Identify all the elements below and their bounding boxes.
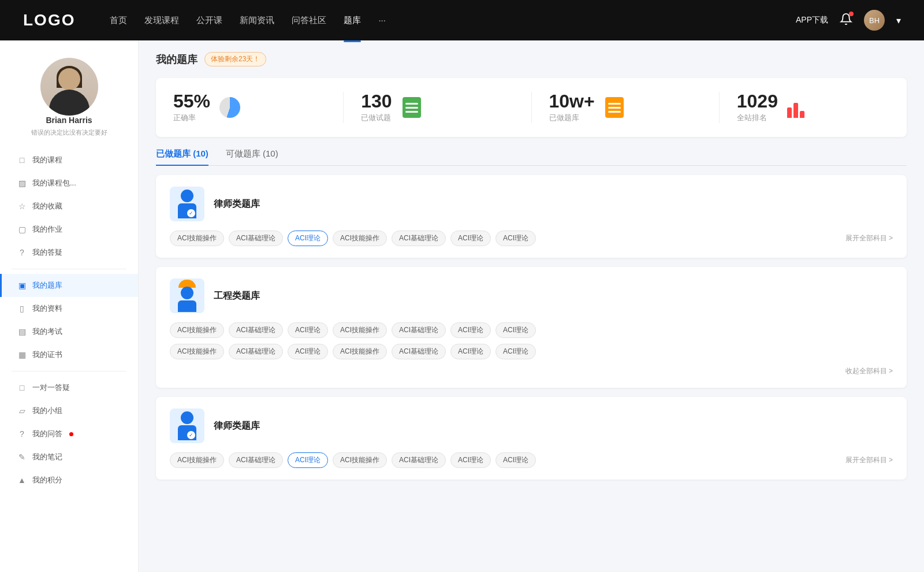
eng-tag-2[interactable]: ACI基础理论 (229, 322, 283, 338)
sidebar-item-exam[interactable]: ▤ 我的考试 (0, 320, 138, 343)
nav-right: APP下载 BH ▾ (796, 10, 901, 31)
eng-tag-5[interactable]: ACI基础理论 (392, 322, 446, 338)
eng-tag-4[interactable]: ACI技能操作 (333, 322, 387, 338)
sidebar-label-exam: 我的考试 (32, 326, 62, 337)
sidebar-item-group[interactable]: ▱ 我的小组 (0, 399, 138, 422)
nav-discover[interactable]: 发现课程 (144, 13, 179, 28)
lawyer2-tag-active[interactable]: ACI理论 (288, 452, 328, 468)
qbank-title-3: 律师类题库 (214, 420, 260, 432)
navbar: LOGO 首页 发现课程 公开课 新闻资讯 问答社区 题库 ··· APP下载 … (0, 0, 924, 40)
qbank-card-lawyer-1: ✓ 律师类题库 ACI技能操作 ACI基础理论 ACI理论 ACI技能操作 AC… (156, 175, 907, 258)
lawyer2-body-icon: ✓ (178, 425, 196, 440)
sidebar-item-ask[interactable]: ? 我的答疑 (0, 241, 138, 264)
expand-link-1[interactable]: 展开全部科目 > (845, 233, 893, 243)
sidebar-motto: 错误的决定比没有决定要好 (31, 128, 107, 137)
collapse-link-2[interactable]: 收起全部科目 > (845, 367, 893, 375)
qbank-tags-row-1: ACI技能操作 ACI基础理论 ACI理论 ACI技能操作 ACI基础理论 AC… (170, 231, 893, 246)
sidebar-item-qbank[interactable]: ▣ 我的题库 (0, 274, 138, 297)
sidebar-item-my-qa[interactable]: ? 我的问答 (0, 422, 138, 445)
tag-aci-skill-1[interactable]: ACI技能操作 (170, 231, 224, 246)
qbank-tags-row-2a: ACI技能操作 ACI基础理论 ACI理论 ACI技能操作 ACI基础理论 AC… (170, 322, 893, 338)
eng-tag-7[interactable]: ACI理论 (495, 322, 536, 338)
nav-open-class[interactable]: 公开课 (196, 13, 222, 28)
nav-avatar-dropdown[interactable]: ▾ (896, 15, 901, 26)
lawyer2-tag-1[interactable]: ACI技能操作 (170, 452, 224, 468)
sidebar-user-name: Brian Harris (46, 116, 92, 125)
banks-done-icon (603, 96, 626, 119)
sidebar-label-qbank: 我的题库 (32, 280, 62, 291)
eng-tag-9[interactable]: ACI基础理论 (229, 344, 283, 359)
1on1-icon: □ (17, 383, 27, 392)
stat-correct-rate: 55% 正确率 (156, 92, 344, 123)
lawyer2-tag-4[interactable]: ACI技能操作 (333, 452, 387, 468)
qbank-header-2: 工程类题库 (170, 278, 893, 313)
sidebar-item-materials[interactable]: ▯ 我的资料 (0, 297, 138, 320)
stat-questions-done-label: 已做试题 (361, 113, 392, 123)
eng-tag-11[interactable]: ACI技能操作 (333, 344, 387, 359)
tag-aci-theory-2[interactable]: ACI理论 (450, 231, 491, 246)
nav-qa[interactable]: 问答社区 (292, 13, 326, 28)
qbank-title-2: 工程类题库 (214, 290, 260, 302)
nav-more[interactable]: ··· (378, 13, 386, 28)
stat-banks-done-value: 10w+ (549, 92, 595, 110)
tag-aci-theory-active-1[interactable]: ACI理论 (288, 231, 328, 246)
eng-tag-3[interactable]: ACI理论 (288, 322, 328, 338)
lawyer2-tag-7[interactable]: ACI理论 (495, 452, 536, 468)
stat-questions-done-value: 130 (361, 92, 392, 110)
sidebar-item-my-courses[interactable]: □ 我的课程 (0, 148, 138, 172)
tag-aci-theory-3[interactable]: ACI理论 (495, 231, 536, 246)
nav-home[interactable]: 首页 (110, 13, 127, 28)
qbank-icon: ▣ (17, 281, 27, 290)
lawyer-head-icon (181, 190, 193, 202)
nav-links: 首页 发现课程 公开课 新闻资讯 问答社区 题库 ··· (110, 13, 796, 28)
eng-tag-8[interactable]: ACI技能操作 (170, 344, 224, 359)
tag-aci-basic-2[interactable]: ACI基础理论 (392, 231, 446, 246)
eng-tag-10[interactable]: ACI理论 (288, 344, 328, 359)
stat-banks-done: 10w+ 已做题库 (532, 92, 720, 123)
sidebar-item-homework[interactable]: ▢ 我的作业 (0, 218, 138, 241)
sidebar-label-homework: 我的作业 (32, 224, 62, 235)
page-title: 我的题库 (156, 53, 198, 66)
sidebar-item-1on1[interactable]: □ 一对一答疑 (0, 376, 138, 399)
eng-tag-13[interactable]: ACI理论 (450, 344, 491, 359)
sidebar-label-favorites: 我的收藏 (32, 201, 62, 211)
app-download-button[interactable]: APP下载 (796, 15, 828, 25)
qbank-title-1: 律师类题库 (214, 198, 260, 210)
sidebar-label-1on1: 一对一答疑 (32, 382, 70, 393)
stat-correct-rate-value: 55% (173, 92, 210, 110)
certificate-icon: ▦ (17, 350, 27, 359)
eng-tag-1[interactable]: ACI技能操作 (170, 322, 224, 338)
sidebar-item-favorites[interactable]: ☆ 我的收藏 (0, 195, 138, 218)
favorites-icon: ☆ (17, 202, 27, 211)
eng-tag-14[interactable]: ACI理论 (495, 344, 536, 359)
sidebar-item-certificate[interactable]: ▦ 我的证书 (0, 343, 138, 366)
eng-tag-12[interactable]: ACI基础理论 (392, 344, 446, 359)
nav-qbank[interactable]: 题库 (344, 13, 361, 28)
eng-tag-6[interactable]: ACI理论 (450, 322, 491, 338)
sidebar-label-notes: 我的笔记 (32, 452, 62, 462)
lawyer2-tag-5[interactable]: ACI基础理论 (392, 452, 446, 468)
sidebar-label-group: 我的小组 (32, 406, 62, 416)
sidebar-item-notes[interactable]: ✎ 我的笔记 (0, 445, 138, 469)
tag-aci-skill-2[interactable]: ACI技能操作 (333, 231, 387, 246)
qa-red-dot (69, 432, 73, 436)
expand-link-3[interactable]: 展开全部科目 > (845, 455, 893, 465)
tab-done-banks[interactable]: 已做题库 (10) (156, 148, 208, 165)
rank-icon (786, 96, 809, 119)
qbank-card-lawyer-2: ✓ 律师类题库 ACI技能操作 ACI基础理论 ACI理论 ACI技能操作 AC… (156, 397, 907, 480)
nav-news[interactable]: 新闻资讯 (240, 13, 274, 28)
tab-available-banks[interactable]: 可做题库 (10) (226, 148, 278, 165)
stat-rank: 1029 全站排名 (720, 92, 907, 123)
notification-bell[interactable] (840, 13, 852, 28)
lawyer2-tag-6[interactable]: ACI理论 (450, 452, 491, 468)
lawyer2-tag-2[interactable]: ACI基础理论 (229, 452, 283, 468)
user-avatar[interactable]: BH (864, 10, 885, 31)
tag-aci-basic-1[interactable]: ACI基础理论 (229, 231, 283, 246)
sidebar-item-course-package[interactable]: ▨ 我的课程包... (0, 172, 138, 195)
engineer-body-icon (178, 300, 196, 312)
doc-green-icon (403, 97, 421, 118)
sidebar-item-points[interactable]: ▲ 我的积分 (0, 469, 138, 492)
ask-icon: ? (17, 248, 27, 257)
qbank-avatar-lawyer-2: ✓ (170, 408, 204, 443)
lawyer-body-icon: ✓ (178, 203, 196, 218)
